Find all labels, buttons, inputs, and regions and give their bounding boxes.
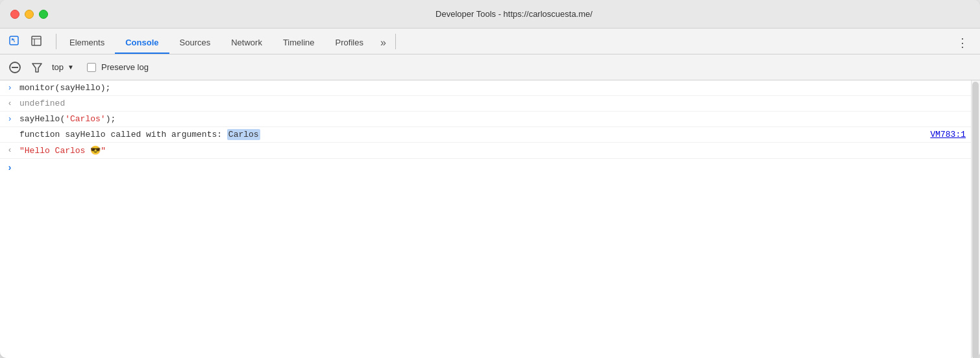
- minimize-button[interactable]: [25, 10, 34, 19]
- scrollbar-thumb[interactable]: [972, 82, 979, 358]
- preserve-log-section: Preserve log: [87, 62, 149, 72]
- preserve-log-label[interactable]: Preserve log: [101, 62, 149, 72]
- line-text-3c: );: [106, 114, 116, 124]
- close-button[interactable]: [10, 10, 19, 19]
- cursor-icon: [8, 35, 20, 47]
- filter-icon: [31, 62, 43, 73]
- titlebar: Developer Tools - https://carloscuesta.m…: [0, 0, 980, 29]
- tab-divider: [56, 34, 56, 49]
- line-text-2: undefined: [19, 99, 65, 108]
- clear-console-button[interactable]: [8, 60, 22, 75]
- console-line-3: › sayHello('Carlos');: [0, 112, 971, 127]
- inspector-icon: [31, 35, 42, 47]
- vm-link[interactable]: VM783:1: [930, 130, 966, 139]
- tab-profiles[interactable]: Profiles: [325, 32, 374, 54]
- context-dropdown-arrow: ▼: [67, 64, 74, 71]
- console-line-2: ‹ undefined: [0, 96, 971, 112]
- console-toolbar: top ▼ Preserve log: [0, 54, 980, 80]
- console-content: › monitor(sayHello); ‹ undefined › sayHe…: [0, 80, 971, 358]
- line-text-5c: ": [101, 146, 106, 156]
- tab-sources[interactable]: Sources: [169, 32, 221, 54]
- tab-network[interactable]: Network: [221, 32, 273, 54]
- console-line-5: ‹ "Hello Carlos 😎": [0, 143, 971, 159]
- console-input-line: ›: [0, 159, 971, 177]
- window-title: Developer Tools - https://carloscuesta.m…: [58, 9, 970, 19]
- console-line-1: › monitor(sayHello);: [0, 80, 971, 96]
- devtools-window: Developer Tools - https://carloscuesta.m…: [0, 0, 980, 358]
- maximize-button[interactable]: [39, 10, 48, 19]
- context-label: top: [52, 62, 64, 72]
- line-text-4b-highlighted: Carlos: [227, 129, 260, 140]
- settings-divider: [395, 34, 396, 49]
- line-text-4a: function sayHello called with arguments:: [19, 130, 227, 139]
- line-prefix-3[interactable]: ›: [0, 114, 19, 124]
- tab-elements[interactable]: Elements: [59, 32, 115, 54]
- tabs-bar: Elements Console Sources Network Timelin…: [0, 29, 980, 54]
- console-line-4: function sayHello called with arguments:…: [0, 127, 971, 143]
- scrollbar[interactable]: [971, 80, 980, 358]
- more-tabs-button[interactable]: »: [374, 32, 393, 54]
- line-content-5: "Hello Carlos 😎": [19, 145, 966, 156]
- console-output: › monitor(sayHello); ‹ undefined › sayHe…: [0, 80, 980, 358]
- line-prefix-2: ‹: [0, 99, 19, 108]
- inspector-icon-button[interactable]: [27, 32, 45, 50]
- settings-button[interactable]: ⋮: [950, 32, 975, 54]
- line-text-3a: sayHello(: [19, 114, 65, 124]
- line-content-4: function sayHello called with arguments:…: [19, 130, 966, 139]
- line-text-5a: "Hello Carlos: [19, 146, 90, 156]
- line-text-4: function sayHello called with arguments:…: [19, 130, 260, 139]
- context-selector[interactable]: top ▼: [52, 62, 74, 72]
- line-prefix-5: ‹: [0, 145, 19, 155]
- line-prefix-1[interactable]: ›: [0, 83, 19, 93]
- tab-console[interactable]: Console: [115, 32, 169, 54]
- line-content-3: sayHello('Carlos');: [19, 114, 966, 124]
- line-prefix-4: [0, 130, 19, 130]
- filter-button[interactable]: [30, 60, 44, 75]
- preserve-log-checkbox[interactable]: [87, 63, 96, 72]
- line-content-2: undefined: [19, 99, 966, 108]
- tab-timeline[interactable]: Timeline: [273, 32, 325, 54]
- line-content-1: monitor(sayHello);: [19, 83, 966, 93]
- svg-rect-1: [32, 36, 41, 45]
- console-input[interactable]: [19, 163, 966, 173]
- traffic-lights: [10, 10, 48, 19]
- cursor-icon-button[interactable]: [5, 32, 23, 50]
- line-text-3b: 'Carlos': [65, 114, 105, 124]
- input-caret: ›: [0, 163, 19, 173]
- svg-marker-6: [32, 64, 42, 72]
- line-text-1: monitor(sayHello);: [19, 83, 110, 93]
- toolbar-icons: [5, 32, 45, 54]
- line-text-5b-emoji: 😎: [90, 146, 101, 156]
- no-entry-icon: [8, 61, 21, 74]
